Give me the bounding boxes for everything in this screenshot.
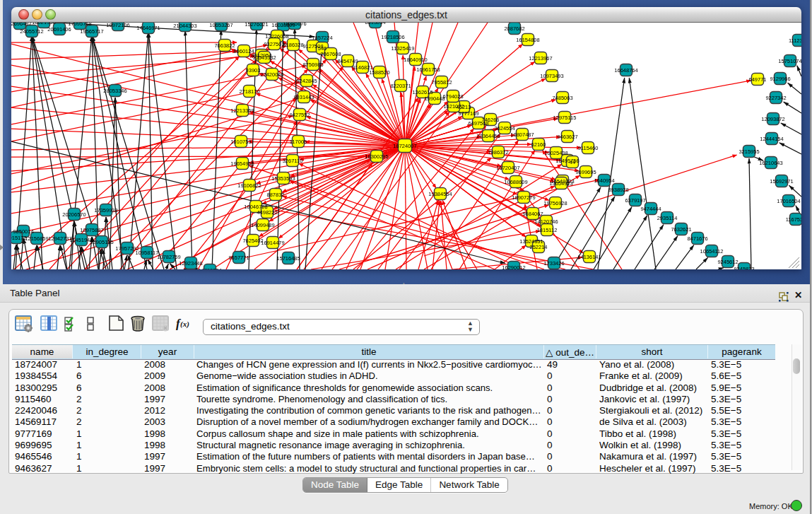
svg-text:17359938: 17359938 (94, 207, 117, 214)
svg-text:10975887: 10975887 (80, 227, 103, 233)
svg-text:10654112: 10654112 (700, 248, 724, 255)
svg-text:12444154: 12444154 (760, 136, 783, 142)
svg-text:2718170: 2718170 (239, 88, 259, 95)
svg-text:24055712: 24055712 (20, 28, 43, 35)
svg-text:9245612: 9245612 (717, 259, 738, 265)
svg-text:18021936: 18021936 (32, 23, 55, 25)
svg-text:9242845: 9242845 (296, 78, 317, 84)
svg-text:10972106: 10972106 (106, 23, 129, 28)
svg-text:18640910: 18640910 (404, 57, 427, 63)
svg-text:9657771: 9657771 (228, 255, 249, 261)
svg-text:10543382: 10543382 (252, 54, 276, 61)
svg-text:18300295: 18300295 (365, 153, 388, 160)
svg-text:16154808: 16154808 (516, 37, 539, 43)
svg-text:1640954: 1640954 (594, 177, 614, 184)
svg-text:62160: 62160 (531, 141, 546, 148)
svg-text:16210643: 16210643 (759, 160, 782, 166)
svg-text:19384554: 19384554 (428, 191, 452, 197)
svg-text:2367608: 2367608 (320, 51, 341, 57)
svg-text:10782759: 10782759 (157, 254, 180, 260)
svg-text:16961758: 16961758 (416, 66, 440, 73)
svg-text:7625402: 7625402 (242, 238, 263, 244)
svg-text:1815112: 1815112 (537, 227, 558, 233)
svg-text:21044303: 21044303 (173, 23, 196, 29)
svg-text:13654923: 13654923 (549, 180, 572, 187)
svg-text:19654955: 19654955 (230, 160, 254, 167)
svg-text:3624554: 3624554 (494, 125, 514, 132)
svg-text:1733426: 1733426 (543, 260, 564, 267)
svg-text:18724007: 18724007 (393, 143, 416, 149)
svg-text:9129966: 9129966 (770, 76, 790, 82)
svg-text:93903: 93903 (246, 67, 261, 74)
svg-text:15751074: 15751074 (778, 58, 801, 64)
svg-text:14099489: 14099489 (251, 222, 274, 228)
svg-text:7485063: 7485063 (552, 95, 572, 101)
svg-text:20364456: 20364456 (476, 133, 500, 139)
svg-text:12213967: 12213967 (529, 55, 552, 62)
svg-text:8813054: 8813054 (365, 23, 385, 25)
svg-text:7955812: 7955812 (431, 79, 452, 86)
svg-text:14646971: 14646971 (136, 25, 160, 31)
svg-text:14136141: 14136141 (577, 254, 601, 260)
svg-text:19106822: 19106822 (237, 182, 261, 189)
svg-text:12942737: 12942737 (48, 235, 71, 242)
svg-text:9699695: 9699695 (575, 169, 596, 175)
svg-text:15692971: 15692971 (770, 178, 793, 185)
svg-text:18385676: 18385676 (283, 23, 306, 27)
svg-text:10025438: 10025438 (544, 150, 567, 156)
svg-text:19218506: 19218506 (381, 34, 404, 40)
svg-text:18907279: 18907279 (512, 194, 535, 201)
svg-text:1167533: 1167533 (786, 216, 801, 223)
svg-text:8938928: 8938928 (608, 187, 628, 193)
svg-text:7986372: 7986372 (488, 149, 508, 156)
svg-text:6497568: 6497568 (468, 120, 488, 127)
svg-text:7857224: 7857224 (312, 35, 332, 41)
svg-text:1362615: 1362615 (412, 89, 433, 95)
svg-text:17016504: 17016504 (777, 198, 800, 204)
svg-text:10958117: 10958117 (136, 250, 159, 256)
svg-text:252214: 252214 (529, 244, 547, 250)
svg-text:1990448: 1990448 (424, 95, 445, 102)
svg-text:12975115: 12975115 (553, 115, 577, 121)
svg-text:1112368: 1112368 (789, 37, 801, 44)
svg-text:9227342: 9227342 (765, 95, 786, 101)
svg-text:2935114: 2935114 (657, 215, 678, 221)
svg-text:16648764: 16648764 (614, 67, 637, 74)
svg-text:10973493: 10973493 (540, 73, 563, 79)
svg-text:16495756: 16495756 (555, 158, 579, 164)
svg-text:887832: 887832 (266, 192, 284, 198)
svg-text:(x): (x) (180, 320, 189, 329)
svg-text:28053346: 28053346 (103, 88, 126, 94)
svg-text:12093872: 12093872 (761, 116, 784, 122)
svg-text:15720407: 15720407 (496, 165, 519, 171)
svg-text:2087682: 2087682 (504, 25, 524, 32)
svg-text:9427552: 9427552 (289, 112, 310, 118)
svg-text:10807487: 10807487 (510, 132, 534, 138)
svg-text:6379197: 6379197 (625, 197, 645, 204)
svg-text:16290012: 16290012 (502, 264, 525, 270)
svg-text:12156859: 12156859 (25, 235, 48, 242)
svg-text:11325419: 11325419 (392, 45, 415, 52)
svg-text:7632621: 7632621 (671, 226, 691, 233)
svg-text:6794028: 6794028 (442, 93, 463, 100)
svg-text:10653267: 10653267 (209, 23, 233, 28)
svg-text:8031443: 8031443 (293, 94, 314, 100)
svg-text:8220371: 8220371 (390, 83, 411, 89)
svg-text:15353593: 15353593 (271, 175, 295, 182)
svg-text:649771: 649771 (748, 76, 766, 83)
svg-text:8756985: 8756985 (302, 62, 323, 68)
svg-text:44: 44 (570, 159, 575, 165)
svg-text:22420046: 22420046 (260, 71, 283, 78)
svg-text:9463627: 9463627 (557, 134, 577, 140)
svg-text:10688609: 10688609 (504, 179, 527, 185)
svg-text:8454749: 8454749 (337, 58, 358, 64)
svg-text:9777169: 9777169 (458, 110, 478, 117)
svg-text:19565717: 19565717 (80, 28, 103, 35)
svg-text:9850014: 9850014 (13, 228, 33, 235)
svg-text:17995768: 17995768 (68, 23, 91, 27)
svg-text:13226058: 13226058 (265, 33, 288, 40)
svg-text:14120746: 14120746 (534, 218, 558, 225)
svg-text:1010753: 1010753 (230, 139, 251, 145)
svg-text:9327503: 9327503 (264, 41, 284, 47)
svg-text:9245873: 9245873 (734, 266, 754, 270)
